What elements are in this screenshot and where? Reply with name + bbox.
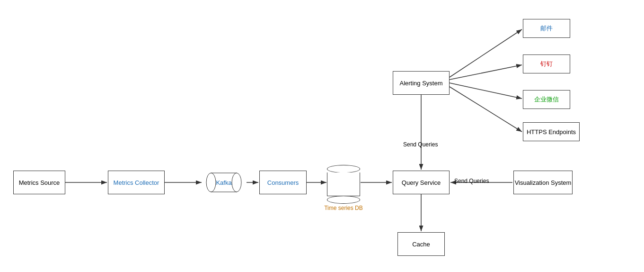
svg-line-10 [450, 65, 522, 80]
cache-box: Cache [397, 232, 445, 256]
https-endpoints-box: HTTPS Endpoints [523, 122, 580, 141]
email-label: 邮件 [540, 24, 553, 33]
metrics-collector-label: Metrics Collector [114, 179, 159, 186]
dingding-box: 钉钉 [523, 54, 570, 73]
cylinder-top [327, 165, 360, 173]
svg-point-15 [232, 173, 241, 192]
svg-line-9 [450, 29, 522, 77]
email-box: 邮件 [523, 19, 570, 38]
consumers-box: Consumers [259, 171, 307, 194]
cylinder-body [327, 172, 360, 197]
dingding-label: 钉钉 [540, 60, 553, 68]
send-queries-alerting-label: Send Queries [403, 141, 438, 148]
metrics-source-box: Metrics Source [13, 171, 65, 194]
query-service-box: Query Service [393, 171, 450, 194]
kafka-label: Kafka [216, 179, 231, 186]
weixin-label: 企业微信 [534, 95, 559, 104]
query-service-label: Query Service [402, 179, 441, 186]
visualization-system-label: Visualization System [515, 179, 572, 186]
cache-label: Cache [412, 241, 430, 248]
send-queries-viz-label: Send Queries [454, 178, 489, 184]
weixin-box: 企业微信 [523, 90, 570, 109]
diagram-container: Metrics Source Metrics Collector Kafka C… [0, 0, 644, 272]
time-series-db-label: Time series DB [320, 205, 367, 211]
time-series-db [326, 165, 361, 204]
alerting-system-label: Alerting System [399, 80, 442, 87]
alerting-system-box: Alerting System [393, 71, 450, 95]
metrics-collector-box: Metrics Collector [108, 171, 165, 194]
https-endpoints-label: HTTPS Endpoints [527, 128, 576, 136]
cylinder-bottom [327, 196, 360, 204]
svg-line-12 [450, 87, 522, 132]
svg-point-14 [206, 173, 216, 192]
visualization-system-box: Visualization System [513, 171, 573, 194]
svg-line-11 [450, 83, 522, 99]
metrics-source-label: Metrics Source [19, 179, 60, 186]
consumers-label: Consumers [267, 179, 299, 186]
kafka-box: Kafka [203, 171, 245, 194]
